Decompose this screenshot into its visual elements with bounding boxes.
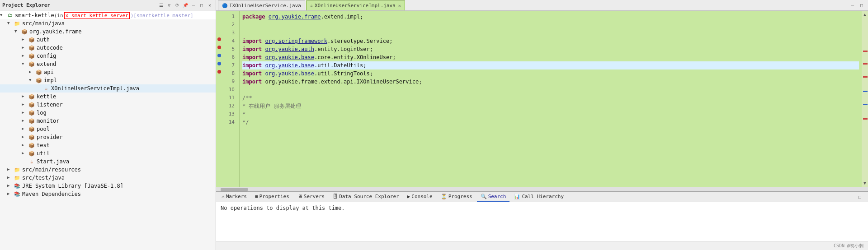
tree-node-jre[interactable]: ▶ 📚 JRE System Library [JavaSE-1.8]	[0, 182, 216, 190]
package-icon: 📦	[21, 28, 28, 35]
bottom-minimize-icon[interactable]: ─	[848, 194, 855, 201]
line-num-14: 14	[222, 118, 237, 126]
line-num-2: 2	[222, 21, 237, 29]
package-icon: 📦	[28, 36, 35, 43]
tab-ixonlineuserservice[interactable]: 🔵 IXOnlineUserService.java	[218, 0, 305, 10]
link-editor-icon[interactable]: 📌	[182, 1, 189, 9]
markers-tab-label: Markers	[226, 194, 247, 199]
tree-node-api[interactable]: ▶ 📦 api	[0, 68, 216, 76]
tree-node-auth[interactable]: ▶ 📦 auth	[0, 36, 216, 44]
footer-text: CSDN @初小刺	[834, 243, 863, 249]
tree-node-util[interactable]: ▶ 📦 util	[0, 149, 216, 157]
pool-label: pool	[37, 126, 50, 132]
line-num-5: 5	[222, 45, 237, 53]
expand-arrow: ▶	[22, 45, 27, 51]
collapse-all-icon[interactable]: ☰	[157, 1, 165, 9]
extend-label: extend	[37, 61, 56, 67]
line-num-12: 12	[222, 102, 237, 110]
expand-arrow: ▶	[22, 53, 27, 59]
tab-icon: 🔵	[222, 3, 227, 8]
tree-node-test[interactable]: ▶ 📦 test	[0, 141, 216, 149]
expand-arrow: ▶	[22, 110, 27, 116]
tree-node-provider[interactable]: ▶ 📦 provider	[0, 133, 216, 141]
auth-label: auth	[37, 37, 50, 43]
api-label: api	[44, 69, 54, 75]
tab-console[interactable]: ▶ Console	[404, 193, 436, 202]
expand-arrow: ▶	[22, 151, 27, 156]
tree-node-start-java[interactable]: ☕ Start.java	[0, 157, 216, 166]
marker-9	[216, 76, 222, 84]
tree-node-kettle[interactable]: ▶ 📦 kettle	[0, 93, 216, 101]
tree-node-log[interactable]: ▶ 📦 log	[0, 109, 216, 117]
code-line-12: * 在线用户 服务层处理	[242, 102, 859, 110]
maximize-icon[interactable]: □	[198, 1, 205, 9]
refresh-icon[interactable]: ⟳	[174, 1, 181, 9]
callhierarchy-icon: 📊	[514, 194, 520, 199]
tree-node-listener[interactable]: ▶ 📦 listener	[0, 101, 216, 109]
code-line-5: import org.yaukie.auth.entity.LoginUser;	[242, 45, 859, 53]
marker-14	[216, 116, 222, 125]
tab-close-button[interactable]: ✕	[398, 3, 401, 8]
line-num-6: 6	[222, 53, 237, 61]
tab-progress[interactable]: ⏳ Progress	[437, 193, 476, 202]
code-line-6: import org.yaukie.base.core.entity.XOnli…	[242, 53, 859, 61]
line-num-1: 1	[222, 13, 237, 21]
editor-maximize-icon[interactable]: □	[858, 2, 865, 9]
expand-arrow: ▶	[7, 191, 13, 197]
package-icon: 📦	[28, 150, 35, 157]
line-markers	[216, 11, 222, 187]
monitor-label: monitor	[37, 118, 60, 124]
tree-node-src-main-resources[interactable]: ▶ 📁 src/main/resources	[0, 166, 216, 174]
tab-servers[interactable]: 🖥 Servers	[294, 193, 328, 202]
bottom-status-text: No operations to display at this time.	[221, 205, 345, 211]
tree-node-pool[interactable]: ▶ 📦 pool	[0, 125, 216, 133]
code-content[interactable]: package org.yaukie.frame.extend.impl; im…	[240, 11, 862, 187]
tab-properties[interactable]: ≡ Properties	[251, 193, 293, 202]
tree-node-src-main-java[interactable]: ▼ 📁 src/main/java	[0, 19, 216, 28]
tab-datasource[interactable]: 🗄 Data Source Explorer	[329, 193, 402, 202]
marker-12	[216, 100, 222, 108]
tree-node-org-yaukie-frame[interactable]: ▼ 📦 org.yaukie.frame	[0, 28, 216, 36]
expand-arrow: ▼	[22, 61, 27, 67]
line-num-10: 10	[222, 86, 237, 94]
project-name: smart-kettle	[15, 12, 54, 19]
tab-markers[interactable]: ⚠ Markers	[218, 193, 250, 202]
datasource-icon: 🗄	[333, 194, 338, 199]
marker-13	[216, 108, 222, 116]
tree-node-maven-deps[interactable]: ▶ 📚 Maven Dependencies	[0, 190, 216, 198]
close-icon[interactable]: ✕	[206, 1, 213, 9]
horizontal-scrollbar[interactable]	[216, 187, 868, 191]
tree-node-config[interactable]: ▶ 📦 config	[0, 52, 216, 60]
tree-node-extend[interactable]: ▼ 📦 extend	[0, 60, 216, 68]
editor-minimize-icon[interactable]: ─	[849, 2, 856, 9]
tab-label: IXOnlineUserService.java	[229, 3, 301, 9]
tab-xonlineuserserviceimpl[interactable]: ☕ XOnlineUserServiceImpl.java ✕	[306, 0, 405, 10]
minimize-icon[interactable]: ─	[190, 1, 197, 9]
status-bar: CSDN @初小刺	[216, 241, 868, 250]
tree-node-xonlineuserserviceimpl[interactable]: ☕ XOnlineUserServiceImpl.java	[0, 84, 216, 93]
util-label: util	[37, 150, 50, 157]
tree-node-monitor[interactable]: ▶ 📦 monitor	[0, 117, 216, 125]
tab-search[interactable]: 🔍 Search	[477, 193, 510, 202]
tree-node-root[interactable]: ▼ 🗂 smart-kettle (in x-smart-kettle-serv…	[0, 11, 216, 19]
code-editor[interactable]: 1 2 3 4 5 6 7 8 9 10 11 12 13 14	[216, 11, 868, 187]
code-line-3	[242, 29, 859, 37]
tab-callhierarchy[interactable]: 📊 Call Hierarchy	[510, 193, 567, 202]
marker-11	[216, 92, 222, 100]
start-java-label: Start.java	[37, 158, 69, 165]
bottom-maximize-icon[interactable]: □	[856, 194, 863, 201]
panel-title: Project Explorer	[2, 2, 50, 8]
tree-node-impl[interactable]: ▼ 📦 impl	[0, 76, 216, 84]
filter-icon[interactable]: ▽	[165, 1, 173, 9]
project-info-prefix: (in	[54, 13, 63, 19]
marker-7	[216, 60, 222, 68]
tree-node-src-test-java[interactable]: ▶ 📁 src/test/java	[0, 174, 216, 182]
expand-arrow: ▶	[22, 118, 27, 124]
expand-arrow: ▼	[7, 21, 13, 26]
marker-8	[216, 68, 222, 76]
scrollbar-thumb[interactable]	[221, 188, 248, 191]
folder-icon: 📁	[14, 20, 21, 27]
test-label: test	[37, 142, 50, 148]
tree-node-autocode[interactable]: ▶ 📦 autocode	[0, 44, 216, 52]
line-num-11: 11	[222, 94, 237, 102]
